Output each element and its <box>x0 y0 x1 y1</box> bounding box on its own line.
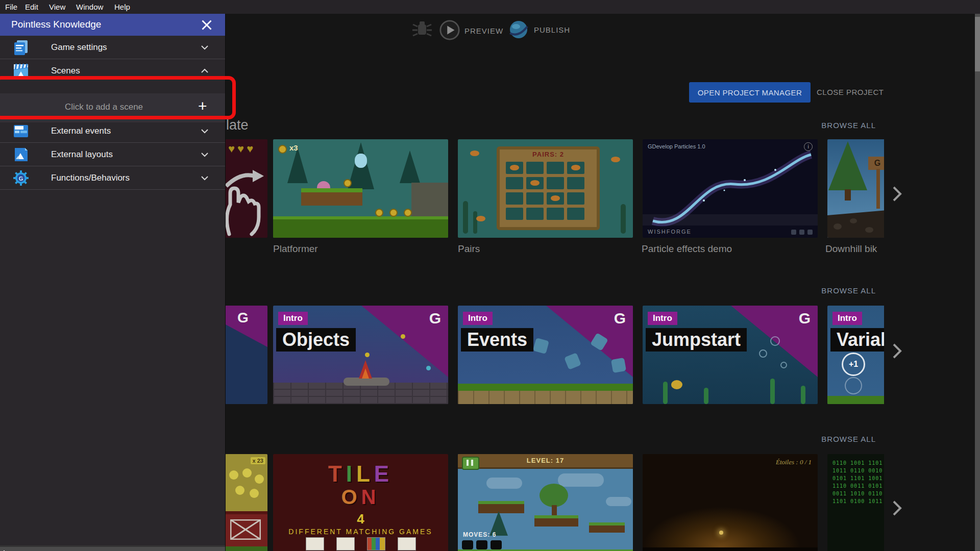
game-settings-icon <box>13 39 29 56</box>
fish-character <box>671 380 682 389</box>
scroll-right-button[interactable] <box>891 186 902 202</box>
card-downhill[interactable]: G <box>827 139 884 238</box>
campfire-stones <box>344 378 389 386</box>
sidebar-item-external-events[interactable]: External events <box>0 119 225 142</box>
card-pairs[interactable]: PAIRS: 2 <box>458 139 633 238</box>
search-input[interactable] <box>0 547 225 551</box>
grass-silhouette <box>643 547 818 551</box>
seaweed <box>801 386 805 404</box>
menu-help[interactable]: Help <box>114 3 130 11</box>
ink-blob <box>491 540 502 549</box>
globe-icon <box>507 18 530 41</box>
matrix-text-line: 0011 1010 0110 <box>832 490 884 497</box>
level-indicator: LEVEL: 17 <box>458 457 633 464</box>
add-scene-button[interactable]: Click to add a scene + <box>0 93 225 122</box>
sidebar-item-scenes[interactable]: Scenes <box>0 59 225 82</box>
scroll-right-button[interactable] <box>891 343 902 359</box>
functions-behaviors-icon: G <box>13 170 29 186</box>
platform <box>534 515 578 527</box>
publish-label: PUBLISH <box>534 26 570 34</box>
scrollbar-thumb[interactable] <box>975 17 980 71</box>
search-bar <box>0 545 225 551</box>
tileon-title-line2: ON <box>273 486 448 509</box>
plus-one-badge: +1 <box>842 353 865 376</box>
card-intro-variables[interactable]: G Intro Variab +1 <box>827 306 884 404</box>
sidebar-item-game-settings[interactable]: Game settings <box>0 36 225 59</box>
sidebar-item-external-layouts[interactable]: External layouts <box>0 143 225 166</box>
close-panel-button[interactable] <box>198 16 215 34</box>
browse-all-games[interactable]: BROWSE ALL <box>821 435 876 443</box>
gdevelop-logo-text: G <box>429 310 441 327</box>
intro-tag: Intro <box>278 312 308 325</box>
sidebar-item-label: Functions/Behaviors <box>51 173 199 183</box>
close-project-button[interactable]: CLOSE PROJECT <box>817 88 884 96</box>
menu-window[interactable]: Window <box>76 3 103 11</box>
social-icons <box>791 230 813 235</box>
browse-all-templates[interactable]: BROWSE ALL <box>821 121 876 130</box>
chick-count-badge: x 23 <box>251 457 265 464</box>
fish-tile <box>571 165 580 170</box>
sidebar-item-functions-behaviors[interactable]: G Functions/Behaviors <box>0 166 225 189</box>
intro-cards-row: G G Intro Objects G Intro Events <box>225 306 884 404</box>
tree-trunk <box>552 505 557 515</box>
cobble-stone <box>865 227 873 233</box>
intro-tag: Intro <box>463 312 493 325</box>
pig-sprite <box>564 353 581 370</box>
debug-button[interactable] <box>411 18 433 41</box>
card-intro-jumpstart[interactable]: G Intro Jumpstart <box>643 306 818 404</box>
ink-blob <box>476 540 487 549</box>
pairs-score-text: PAIRS: 2 <box>500 151 597 158</box>
chevron-right-icon <box>891 343 902 359</box>
coin <box>344 179 352 187</box>
card-matrix[interactable]: 0110 1001 1101 1011 0110 0010 0101 1101 … <box>827 454 884 551</box>
scroll-right-button[interactable] <box>891 500 902 516</box>
seaweed <box>463 201 468 234</box>
chevron-up-icon <box>199 65 211 77</box>
pairs-board: PAIRS: 2 <box>497 146 600 230</box>
card-night-scene[interactable]: Étoiles : 0 / 1 <box>643 454 818 551</box>
card-tile-on[interactable]: TILE ON 4 DIFFERENT MATCHING GAMES <box>273 454 448 551</box>
intro-name: Events <box>461 328 533 352</box>
card-chicks-partial[interactable]: x 23 <box>225 454 267 551</box>
card-swipe-partial[interactable]: ♥♥♥ <box>225 139 267 238</box>
cobble-ground <box>827 199 884 238</box>
open-project-manager-button[interactable]: OPEN PROJECT MANAGER <box>689 82 811 103</box>
matrix-text-line: 1101 0100 1011 <box>832 497 884 505</box>
gdevelop-logo-text: G <box>614 310 626 327</box>
card-intro-events[interactable]: G Intro Events <box>458 306 633 404</box>
chevron-right-icon <box>891 186 902 202</box>
chick-sprite <box>242 468 252 478</box>
ghost-ring <box>845 377 862 394</box>
external-events-icon <box>13 123 29 139</box>
fish-tile <box>551 195 560 201</box>
pig-sprite <box>611 358 626 373</box>
cloud <box>486 478 522 489</box>
stars-counter: Étoiles : 0 / 1 <box>776 458 812 466</box>
menu-file[interactable]: File <box>5 3 17 11</box>
ink-blob <box>462 540 473 549</box>
menu-edit[interactable]: Edit <box>25 3 38 11</box>
gdevelop-logo-text: G <box>799 310 811 327</box>
browse-all-courses[interactable]: BROWSE ALL <box>821 286 876 295</box>
sidebar-item-label: Game settings <box>51 42 199 53</box>
sign-flag: G <box>868 157 884 170</box>
card-title-particle: Particle effects demo <box>642 243 732 255</box>
pig-sprite <box>533 338 549 354</box>
publish-button[interactable]: PUBLISH <box>507 18 597 41</box>
ground <box>273 216 448 238</box>
plus-icon[interactable]: + <box>198 97 207 115</box>
card-intro-objects[interactable]: G Intro Objects <box>273 306 448 404</box>
card-pixel-platformer[interactable]: LEVEL: 17 MOVES: 6 <box>458 454 633 551</box>
grass-floor <box>827 396 884 404</box>
matrix-text-line: 0101 1101 1001 <box>832 474 884 482</box>
matrix-text-line: 1011 0110 0010 <box>832 467 884 474</box>
preview-label: PREVIEW <box>464 27 503 35</box>
card-particle-demo[interactable]: GDevelop Particles 1.0 i WISHFORGE <box>643 139 818 238</box>
mini-board <box>398 537 416 550</box>
card-intro-partial[interactable]: G <box>225 306 267 404</box>
menu-view[interactable]: View <box>49 3 65 11</box>
tree-trunk <box>845 189 851 201</box>
card-platformer[interactable]: x3 <box>273 139 448 238</box>
bee-sprite <box>426 366 431 370</box>
matrix-text-line: 1110 0011 0101 <box>832 482 884 490</box>
